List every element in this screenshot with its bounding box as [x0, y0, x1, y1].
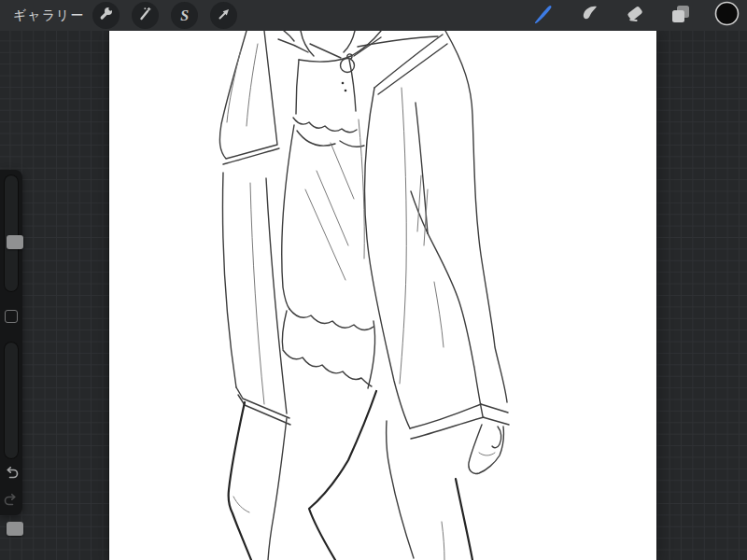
art-hem-right-top	[410, 404, 481, 428]
transform-arrow-icon	[217, 7, 232, 25]
art-sleeve-hem	[223, 148, 279, 164]
redo-button[interactable]	[3, 494, 20, 509]
modify-button[interactable]	[5, 310, 18, 323]
brush-sidebar	[0, 170, 22, 515]
art-fold-hatch-3	[434, 282, 444, 347]
art-scallop-tier1	[289, 309, 374, 330]
art-panel-front-fold	[400, 88, 406, 384]
art-neck-right	[344, 31, 355, 52]
selection-button[interactable]: S	[171, 2, 198, 29]
art-sketch-3	[331, 143, 354, 199]
eraser-icon	[624, 3, 646, 29]
magic-wand-icon	[137, 6, 153, 25]
undo-button[interactable]	[3, 467, 20, 482]
art-sleeve-outer	[219, 31, 277, 159]
art-leg-right-inner	[442, 522, 444, 560]
brush-size-handle[interactable]	[7, 235, 23, 249]
brush-size-slider[interactable]	[4, 175, 19, 292]
art-skirt-left	[282, 311, 287, 349]
art-cami-strap-right	[349, 60, 356, 111]
redo-icon	[4, 493, 19, 510]
transform-button[interactable]	[210, 2, 237, 29]
color-well-icon	[714, 1, 740, 30]
art-cuff-bottom	[483, 417, 509, 425]
art-lapel-edge-2	[378, 44, 447, 94]
art-fold-hatch-1	[417, 175, 421, 231]
actions-button[interactable]	[92, 2, 120, 29]
art-chain-left	[310, 44, 341, 58]
art-cuff-top	[481, 404, 508, 413]
art-sleeve-fold-2	[247, 44, 258, 126]
selection-s-icon: S	[180, 8, 189, 23]
art-knee-hint	[233, 497, 249, 512]
right-tool-group	[531, 4, 747, 28]
erase-tool-button[interactable]	[623, 4, 647, 28]
artwork-svg	[109, 31, 656, 560]
wrench-icon	[98, 6, 114, 25]
art-leg-cross-back	[387, 421, 414, 558]
art-underbust-trim	[293, 118, 357, 133]
layers-icon	[669, 3, 692, 29]
left-tool-group: S	[92, 2, 237, 29]
undo-icon	[4, 466, 19, 483]
art-sleeve-fold-1	[227, 49, 241, 122]
adjustments-button[interactable]	[132, 2, 159, 29]
art-leg-cross-front	[309, 391, 376, 560]
art-cami-strap-left	[296, 60, 299, 114]
brush-icon	[531, 2, 556, 30]
art-knuckle-line	[479, 453, 495, 455]
color-well-button[interactable]	[714, 4, 739, 28]
art-sleeve-inner-edge	[428, 233, 483, 416]
drawing-canvas[interactable]	[109, 31, 656, 560]
art-cardigan-right-outer	[445, 31, 507, 402]
art-sketch-2	[317, 171, 348, 245]
art-cardigan-left-outer	[223, 173, 236, 387]
art-skirt-right	[368, 321, 375, 388]
opacity-handle[interactable]	[7, 522, 23, 536]
art-wrist-line-2	[284, 31, 294, 41]
paint-tool-button[interactable]	[531, 4, 556, 28]
art-hand-outline	[469, 425, 503, 473]
smudge-tool-button[interactable]	[577, 4, 601, 28]
art-leg-left-back	[268, 418, 287, 560]
top-toolbar: ギャラリー S	[0, 0, 747, 31]
art-hem-right-bottom	[411, 417, 484, 439]
art-pendant	[341, 54, 355, 73]
art-sketch-1	[305, 189, 345, 280]
art-cardigan-left-fold	[250, 183, 264, 404]
opacity-slider[interactable]	[4, 342, 19, 459]
art-leg-left-front	[229, 402, 251, 560]
art-bust-left	[297, 131, 335, 146]
art-thumb	[492, 427, 501, 448]
art-cami-side-right	[359, 119, 364, 259]
art-cami-side-left	[282, 125, 294, 309]
smudge-icon	[578, 3, 600, 29]
gallery-button[interactable]: ギャラリー	[13, 7, 84, 24]
art-leg-right-outer	[456, 479, 472, 560]
layers-button[interactable]	[669, 4, 693, 28]
art-scallop-tier2	[283, 350, 372, 386]
art-cardigan-right-inner	[364, 88, 410, 428]
